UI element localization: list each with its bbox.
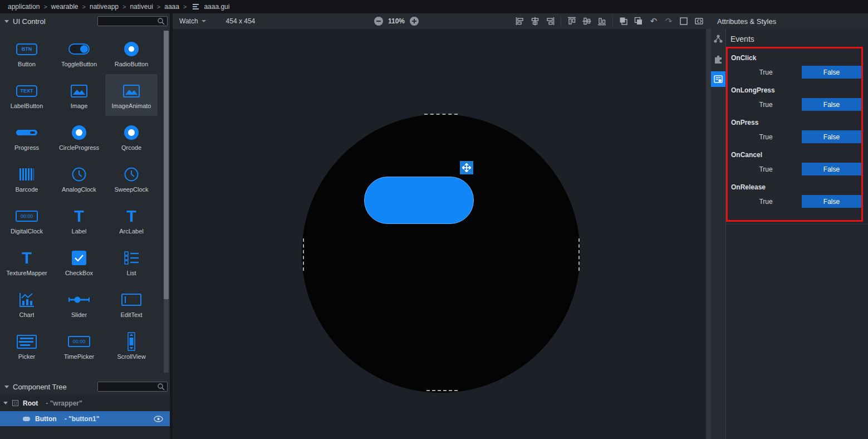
- palette-item-slider[interactable]: Slider: [53, 283, 105, 325]
- palette-item-list[interactable]: List: [105, 241, 158, 283]
- progress-bar-icon: [16, 130, 37, 135]
- align-left-icon[interactable]: [514, 16, 526, 27]
- palette-item-analogclock[interactable]: AnalogClock: [53, 158, 105, 199]
- align-center-horizontal-icon[interactable]: [529, 16, 541, 27]
- ui-control-search-input[interactable]: [97, 16, 168, 26]
- palette-item-label[interactable]: T Label: [53, 199, 105, 241]
- zoom-controls: 110%: [374, 13, 419, 29]
- breadcrumb-item[interactable]: application: [8, 3, 40, 11]
- palette-item-chart[interactable]: Chart: [1, 283, 53, 325]
- picker-icon: [17, 335, 37, 349]
- palette-item-button[interactable]: BTN Button: [1, 32, 53, 74]
- canvas-scrollbar[interactable]: [706, 29, 711, 439]
- letter-t-icon: T: [74, 208, 84, 225]
- clock-icon: [72, 167, 86, 182]
- device-select-dropdown[interactable]: Watch: [179, 17, 206, 25]
- collapse-caret-icon[interactable]: [4, 20, 9, 23]
- tree-row-root[interactable]: Root - "wrapper": [0, 396, 170, 411]
- palette-item-sweepclock[interactable]: SweepClock: [105, 158, 158, 199]
- oncancel-false-button[interactable]: False: [802, 163, 861, 175]
- barcode-icon: [19, 168, 34, 181]
- collapse-caret-icon[interactable]: [4, 386, 9, 388]
- slider-icon: [68, 296, 90, 304]
- tree-row-button1[interactable]: Button - "button1": [0, 411, 170, 426]
- scrollbar-thumb[interactable]: [164, 31, 169, 299]
- visibility-eye-icon[interactable]: [154, 416, 163, 422]
- palette-item-labelbutton[interactable]: TEXT LabelButton: [1, 74, 53, 116]
- palette-item-imageanimator[interactable]: ImageAnimato: [105, 74, 158, 116]
- palette-item-barcode[interactable]: Barcode: [1, 158, 53, 199]
- palette-item-edittext[interactable]: EditText: [105, 283, 158, 325]
- toolbar-separator: [612, 17, 613, 26]
- align-right-icon[interactable]: [545, 16, 556, 27]
- button-box-icon: BTN: [16, 43, 37, 55]
- oncancel-true-button[interactable]: True: [730, 163, 802, 175]
- canvas-toolbar: Watch 454 x 454 110% ↶ ↷: [173, 13, 711, 29]
- align-middle-vertical-icon[interactable]: [581, 16, 592, 27]
- palette-item-progress[interactable]: Progress: [1, 116, 53, 158]
- zoom-in-button[interactable]: [410, 17, 419, 26]
- alignment-toolbar: ↶ ↷: [514, 13, 704, 29]
- zoom-out-button[interactable]: [374, 17, 383, 26]
- event-onrelease: OnRelease True False: [730, 176, 862, 208]
- breadcrumb-item[interactable]: nativeapp: [90, 3, 119, 11]
- events-list: OnClick True False OnLongPress True Fals…: [730, 47, 862, 208]
- design-canvas[interactable]: [173, 29, 706, 439]
- palette-item-checkbox[interactable]: CheckBox: [53, 241, 105, 283]
- scrollbar-track[interactable]: [164, 299, 169, 373]
- ui-control-panel: UI Control BTN Button ToggleButton Radio…: [0, 13, 171, 439]
- events-form-icon[interactable]: [711, 71, 725, 87]
- palette-item-togglebutton[interactable]: ToggleButton: [53, 32, 105, 74]
- palette-item-picker[interactable]: Picker: [1, 325, 53, 367]
- adapt-screen-icon[interactable]: [693, 16, 704, 27]
- redo-icon[interactable]: ↷: [663, 16, 674, 27]
- onlongpress-false-button[interactable]: False: [802, 98, 861, 111]
- palette-item-circleprogress[interactable]: CircleProgress: [53, 116, 105, 158]
- hierarchy-icon[interactable]: [711, 31, 725, 47]
- events-section-title: Events: [730, 35, 754, 43]
- palette-item-timepicker[interactable]: 00:00 TimePicker: [53, 325, 105, 367]
- palette-item-digitalclock[interactable]: 00:00 DigitalClock: [1, 199, 53, 241]
- palette-scrollbar[interactable]: [164, 29, 169, 378]
- gui-file-icon: [193, 4, 199, 9]
- circle-dot-icon: [72, 125, 86, 140]
- watch-face-preview[interactable]: [302, 114, 580, 393]
- palette-item-qrcode[interactable]: Qrcode: [105, 116, 158, 158]
- align-bottom-icon[interactable]: [596, 16, 607, 27]
- palette-item-texturemapper[interactable]: T TextureMapper: [1, 241, 53, 283]
- undo-icon[interactable]: ↶: [648, 16, 659, 27]
- scrollbar-icon: [127, 332, 135, 351]
- onrelease-true-button[interactable]: True: [730, 195, 802, 208]
- selection-box-icon[interactable]: [678, 16, 689, 27]
- breadcrumb-item[interactable]: nativeui: [130, 3, 153, 11]
- breadcrumb-item[interactable]: aaaa: [164, 3, 179, 11]
- guide-dash-top: [424, 114, 458, 115]
- send-to-back-icon[interactable]: [633, 16, 644, 27]
- move-handle-icon[interactable]: [460, 161, 473, 174]
- bring-to-front-icon[interactable]: [618, 16, 629, 27]
- palette-item-radiobutton[interactable]: RadioButton: [105, 32, 158, 74]
- breadcrumb-separator: >: [122, 3, 126, 10]
- breadcrumb-separator: >: [157, 3, 160, 10]
- onlongpress-true-button[interactable]: True: [730, 98, 802, 111]
- palette-item-image[interactable]: Image: [53, 74, 105, 116]
- onrelease-false-button[interactable]: False: [802, 195, 861, 208]
- palette-item-arclabel[interactable]: T ArcLabel: [105, 199, 158, 241]
- onclick-false-button[interactable]: False: [802, 66, 861, 79]
- guide-dash-right: [578, 238, 580, 271]
- onclick-true-button[interactable]: True: [730, 66, 802, 79]
- component-tree-search-input[interactable]: [97, 382, 168, 392]
- toggle-icon: [68, 43, 90, 55]
- align-top-icon[interactable]: [566, 16, 577, 27]
- breadcrumb-item[interactable]: wearable: [51, 3, 79, 11]
- onpress-false-button[interactable]: False: [802, 130, 861, 143]
- button1-widget[interactable]: [364, 177, 474, 224]
- expand-caret-icon[interactable]: [3, 402, 8, 404]
- guide-dash-bottom: [426, 390, 458, 391]
- onpress-true-button[interactable]: True: [730, 130, 802, 143]
- plugin-puzzle-icon[interactable]: [711, 51, 725, 67]
- breadcrumb-separator: >: [82, 3, 86, 10]
- ui-control-title: UI Control: [13, 17, 46, 26]
- palette-item-scrollview[interactable]: ScrollView: [105, 325, 158, 367]
- breadcrumb-file[interactable]: aaaa.gui: [204, 3, 229, 11]
